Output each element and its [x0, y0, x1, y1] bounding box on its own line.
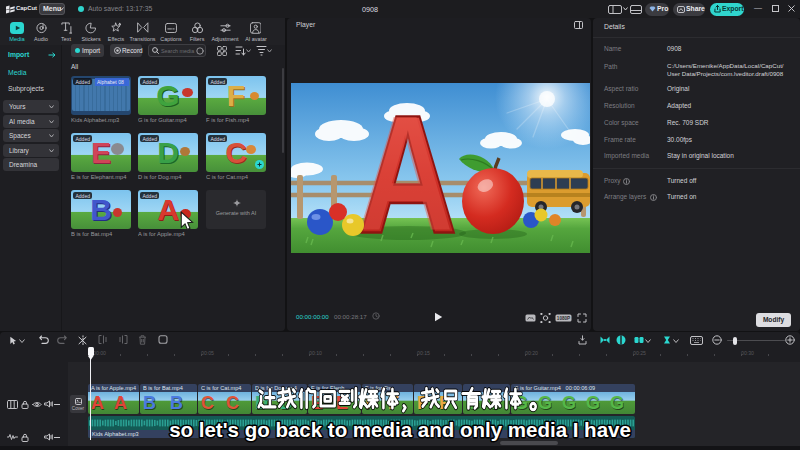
svg-text:so let's go back to media and: so let's go back to media and only media… [169, 418, 631, 441]
